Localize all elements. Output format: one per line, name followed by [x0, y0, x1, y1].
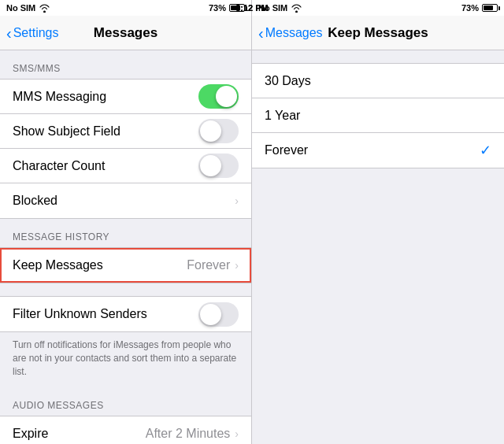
back-button-left[interactable]: ‹ Settings	[6, 25, 58, 41]
row-blocked[interactable]: Blocked ›	[0, 183, 251, 218]
back-arrow-right: ‹	[258, 25, 264, 41]
blocked-label: Blocked	[13, 194, 235, 208]
carrier-left: No SIM	[6, 3, 35, 13]
section-header-audio: AUDIO MESSAGES	[0, 387, 251, 416]
left-content: SMS/MMS MMS Messaging Show Subject Field…	[0, 50, 251, 444]
forever-checkmark: ✓	[480, 142, 491, 159]
nav-bar-left: ‹ Settings Messages	[0, 16, 251, 50]
expire-chevron: ›	[235, 427, 239, 440]
status-bar-left: No SIM 3:12 PM 73%	[0, 0, 251, 16]
filter-unknown-toggle[interactable]	[198, 302, 239, 327]
filter-unknown-label: Filter Unknown Senders	[13, 307, 198, 321]
table-group-history: Keep Messages Forever ›	[0, 247, 251, 283]
blocked-chevron: ›	[235, 194, 239, 207]
wifi-icon	[39, 4, 50, 13]
30-days-label: 30 Days	[265, 74, 491, 88]
forever-label: Forever	[265, 143, 480, 157]
character-count-toggle[interactable]	[198, 154, 239, 178]
filter-description: Turn off notifications for iMessages fro…	[0, 332, 251, 387]
option-forever[interactable]: Forever ✓	[252, 133, 504, 168]
option-1-year[interactable]: 1 Year	[252, 98, 504, 133]
show-subject-toggle[interactable]	[198, 119, 239, 143]
row-keep-messages[interactable]: Keep Messages Forever ›	[0, 248, 251, 283]
left-panel: No SIM 3:12 PM 73% ‹ Settings Messages S…	[0, 0, 252, 444]
spacer-1	[0, 283, 251, 296]
right-content: 30 Days 1 Year Forever ✓	[252, 50, 504, 444]
status-bar-right: No SIM 3:12 PM 73%	[252, 0, 504, 16]
table-group-smsmms: MMS Messaging Show Subject Field Charact…	[0, 79, 251, 219]
nav-bar-right: ‹ Messages Keep Messages	[252, 16, 504, 50]
keep-messages-label: Keep Messages	[13, 258, 187, 272]
back-label-right: Messages	[265, 26, 323, 40]
row-expire[interactable]: Expire After 2 Minutes ›	[0, 416, 251, 444]
battery-pct-right: 73%	[461, 3, 479, 13]
back-label-left: Settings	[13, 26, 59, 40]
spacer-right	[252, 50, 504, 63]
expire-value: After 2 Minutes	[146, 427, 231, 441]
section-header-smsmms: SMS/MMS	[0, 50, 251, 79]
keep-messages-options: 30 Days 1 Year Forever ✓	[252, 63, 504, 168]
row-show-subject[interactable]: Show Subject Field	[0, 114, 251, 149]
battery-icon-right	[482, 4, 498, 12]
show-subject-label: Show Subject Field	[13, 124, 198, 139]
row-mms-messaging[interactable]: MMS Messaging	[0, 80, 251, 114]
mms-toggle[interactable]	[198, 84, 239, 109]
right-panel: No SIM 3:12 PM 73% ‹ Messages Keep Messa…	[252, 0, 504, 444]
back-button-right[interactable]: ‹ Messages	[258, 25, 323, 41]
1-year-label: 1 Year	[265, 109, 491, 123]
row-filter-unknown[interactable]: Filter Unknown Senders	[0, 297, 251, 331]
battery-pct-left: 73%	[209, 3, 226, 13]
section-header-history: MESSAGE HISTORY	[0, 219, 251, 247]
nav-title-right: Keep Messages	[328, 25, 428, 41]
time-right: 3:12 PM	[252, 3, 269, 13]
back-arrow-left: ‹	[6, 25, 12, 41]
expire-label: Expire	[13, 427, 146, 441]
option-30-days[interactable]: 30 Days	[252, 64, 504, 98]
wifi-icon-right	[291, 4, 302, 13]
row-character-count[interactable]: Character Count	[0, 149, 251, 183]
keep-messages-chevron: ›	[235, 259, 239, 272]
keep-messages-value: Forever	[187, 258, 230, 272]
mms-label: MMS Messaging	[13, 90, 198, 104]
nav-title-left: Messages	[94, 25, 158, 41]
character-count-label: Character Count	[13, 159, 198, 173]
table-group-audio: Expire After 2 Minutes › Raise to Listen	[0, 416, 251, 444]
table-group-filter: Filter Unknown Senders	[0, 296, 251, 332]
